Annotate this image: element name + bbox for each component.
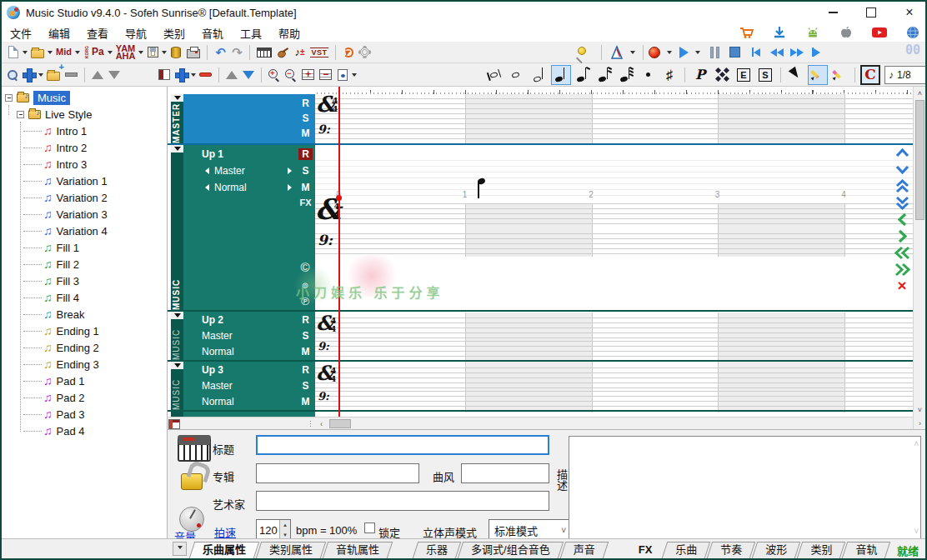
grid-duration-select[interactable]: ♪ 1/8 ˅ — [884, 66, 927, 84]
maximize-button[interactable] — [864, 5, 879, 20]
add-track-button[interactable] — [173, 66, 189, 84]
tab-乐曲[interactable]: 乐曲 — [664, 542, 708, 558]
track-name[interactable]: Up 3 — [202, 364, 223, 376]
tree-item-pad-2[interactable]: Pad 2 — [2, 389, 167, 406]
track-solo-button[interactable]: S — [298, 165, 313, 177]
menu-item-7[interactable]: 帮助 — [270, 23, 308, 42]
tree-item-ending-3[interactable]: Ending 3 — [2, 356, 167, 372]
download-icon[interactable] — [772, 25, 787, 40]
phonogram-badge[interactable]: ℗ — [298, 295, 312, 308]
metronome-dropdown[interactable] — [630, 51, 635, 57]
tree-item-fill-1[interactable]: Fill 1 — [2, 239, 167, 256]
track-name[interactable]: Up 2 — [202, 314, 223, 326]
tree-item-label[interactable]: Fill 1 — [57, 242, 79, 254]
search-button[interactable] — [4, 66, 19, 84]
new-file-dropdown[interactable] — [23, 51, 28, 57]
tree-item-live-style[interactable]: Live Style — [2, 106, 167, 122]
collapse-track-button[interactable] — [171, 145, 183, 152]
save-button[interactable] — [145, 43, 160, 62]
menu-item-4[interactable]: 类别 — [155, 23, 193, 42]
tree-item-fill-4[interactable]: Fill 4 — [2, 289, 167, 306]
track-mute-button[interactable]: M — [298, 396, 313, 408]
menu-item-0[interactable]: 文件 — [2, 23, 40, 42]
print-button[interactable] — [185, 43, 202, 62]
rewind-button[interactable] — [769, 43, 785, 62]
tree-item-fill-3[interactable]: Fill 3 — [2, 272, 167, 289]
artist-input[interactable] — [256, 491, 549, 511]
tree-item-label[interactable]: Variation 1 — [57, 175, 108, 188]
copyright-badge[interactable]: © — [298, 260, 312, 274]
settings-gear-icon[interactable] — [358, 43, 373, 62]
tree-item-variation-2[interactable]: Variation 2 — [2, 189, 167, 206]
tab-FX[interactable]: FX — [628, 542, 664, 558]
nav-down-fast-button[interactable] — [895, 197, 909, 208]
ornament-button[interactable] — [712, 65, 732, 85]
tree-item-label[interactable]: Pad 4 — [57, 425, 85, 438]
nav-down-button[interactable] — [895, 163, 909, 175]
master-treble-staff[interactable] — [315, 98, 913, 119]
menu-item-3[interactable]: 导航 — [117, 23, 155, 42]
korg-pa-button[interactable]: KORGPa — [82, 43, 106, 62]
move-up-button[interactable] — [90, 66, 105, 84]
hscroll-thumb[interactable] — [329, 419, 351, 428]
stop-button[interactable] — [727, 43, 742, 62]
eighth-note-button[interactable] — [573, 65, 593, 85]
fast-forward-button[interactable] — [789, 43, 805, 62]
master-solo-button[interactable]: S — [298, 112, 313, 124]
vertical-scrollbar[interactable]: ˄ ˅ › — [913, 87, 925, 429]
close-button[interactable]: × — [902, 5, 917, 20]
tab-乐曲属性[interactable]: 乐曲属性 — [192, 542, 257, 558]
tree-item-label[interactable]: Intro 2 — [57, 142, 88, 154]
dot-button[interactable] — [638, 65, 658, 85]
up1-bass-staff[interactable] — [315, 233, 913, 254]
whole-note-button[interactable] — [508, 65, 528, 85]
save-dropdown[interactable] — [162, 51, 167, 57]
youtube-icon[interactable] — [872, 25, 887, 40]
tree-item-pad-4[interactable]: Pad 4 — [2, 422, 167, 439]
prev-arrow-icon[interactable] — [202, 168, 209, 174]
pedal-button[interactable]: P — [690, 65, 710, 85]
midi-export-button[interactable]: Mid — [54, 43, 73, 62]
description-textarea[interactable]: ˄ ˅ — [569, 436, 921, 539]
eraser-tool-button[interactable] — [829, 65, 849, 85]
tab-overflow-button[interactable] — [173, 542, 187, 556]
tree-item-ending-2[interactable]: Ending 2 — [2, 339, 167, 356]
tree-item-break[interactable]: Break — [2, 306, 167, 322]
toggle-panel-button[interactable] — [157, 66, 172, 84]
track-solo-button[interactable]: S — [298, 330, 313, 342]
tab-节奏[interactable]: 节奏 — [709, 542, 753, 558]
apple-icon[interactable] — [839, 25, 854, 40]
collapse-track-button[interactable] — [171, 362, 183, 369]
tree-item-music[interactable]: Music — [2, 89, 167, 106]
track-solo-button[interactable]: S — [298, 380, 313, 392]
registered-badge[interactable]: ⊚ — [298, 281, 312, 290]
tree-item-label[interactable]: Ending 2 — [57, 342, 99, 354]
tree-item-label[interactable]: Variation 3 — [57, 208, 108, 221]
master-record-button[interactable]: R — [298, 98, 313, 109]
track-up-button[interactable] — [224, 66, 239, 84]
sharp-button[interactable]: ♯ — [659, 65, 679, 85]
view-options-button[interactable] — [335, 66, 350, 84]
track-record-button[interactable]: R — [298, 364, 313, 376]
menu-item-2[interactable]: 查看 — [78, 23, 117, 42]
master-track-header[interactable]: MASTER R S M — [171, 94, 315, 143]
master-bass-staff[interactable] — [315, 123, 913, 144]
unlocked-padlock-icon[interactable] — [181, 473, 203, 490]
up3-treble-staff[interactable] — [315, 368, 913, 388]
vscroll-thumb[interactable] — [915, 100, 924, 220]
playhead[interactable] — [338, 87, 340, 417]
remove-category-button[interactable] — [63, 66, 79, 84]
tree-item-fill-2[interactable]: Fill 2 — [2, 256, 167, 272]
export-audio-button[interactable] — [168, 43, 183, 62]
menu-item-5[interactable]: 音轨 — [193, 23, 232, 42]
album-input[interactable] — [256, 463, 419, 483]
redo-button[interactable]: ↷ — [229, 43, 244, 62]
record-button[interactable] — [647, 43, 662, 62]
open-file-dropdown[interactable] — [48, 51, 53, 57]
snap-magnet-button[interactable]: C — [860, 65, 880, 85]
half-note-button[interactable] — [529, 65, 549, 85]
yamaha-dropdown[interactable] — [138, 51, 143, 57]
move-down-button[interactable] — [107, 66, 122, 84]
tree-item-label[interactable]: Music — [33, 91, 70, 105]
track-down-button[interactable] — [241, 66, 256, 84]
